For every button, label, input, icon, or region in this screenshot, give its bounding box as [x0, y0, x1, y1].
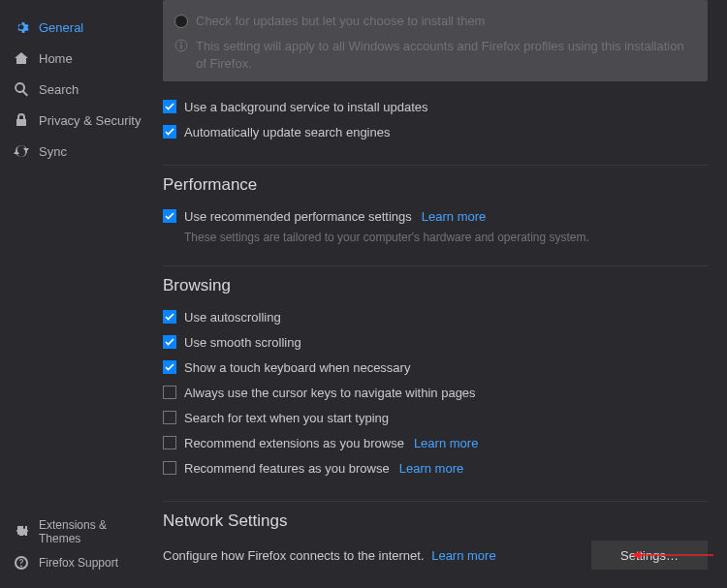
info-icon [174, 39, 188, 52]
checkbox-rec-feat[interactable] [163, 461, 176, 475]
sidebar-label: Firefox Support [39, 556, 118, 570]
sidebar-label: General [39, 20, 83, 35]
sidebar-item-sync[interactable]: Sync [0, 136, 147, 167]
radio-icon [174, 15, 188, 28]
checkbox-touch[interactable] [163, 360, 176, 374]
sidebar-item-support[interactable]: Firefox Support [0, 547, 147, 578]
checkbox-recommended[interactable] [163, 209, 176, 223]
updates-info-card: Check for updates but let you choose to … [163, 0, 708, 81]
network-desc: Configure how Firefox connects to the in… [163, 548, 496, 563]
check-label: Show a touch keyboard when necessary [184, 360, 410, 375]
checkbox-rec-ext[interactable] [163, 436, 176, 449]
check-label: Use smooth scrolling [184, 335, 301, 350]
sidebar-label: Search [39, 82, 79, 97]
performance-note: These settings are tailored to your comp… [184, 231, 708, 244]
sidebar-item-extensions[interactable]: Extensions & Themes [0, 516, 147, 547]
network-title: Network Settings [163, 511, 708, 531]
sidebar-item-general[interactable]: General [0, 12, 147, 43]
learn-more-link[interactable]: Learn more [422, 209, 486, 224]
learn-more-link[interactable]: Learn more [414, 436, 478, 450]
sidebar-item-privacy[interactable]: Privacy & Security [0, 105, 147, 136]
checkbox-search-type[interactable] [163, 411, 176, 424]
check-label: Recommend features as you browse [184, 461, 390, 476]
sidebar-label: Sync [39, 144, 67, 159]
sidebar-item-search[interactable]: Search [0, 74, 147, 105]
checkbox-autoscroll[interactable] [163, 310, 176, 324]
checkbox-cursor-keys[interactable] [163, 386, 176, 399]
radio-label: Check for updates but let you choose to … [196, 14, 485, 28]
checkbox-bg-service[interactable] [163, 100, 176, 113]
sidebar-label: Privacy & Security [39, 113, 141, 128]
home-icon [14, 50, 29, 66]
svg-point-1 [180, 42, 182, 44]
check-label: Use autoscrolling [184, 310, 281, 325]
check-label: Use a background service to install upda… [184, 100, 427, 114]
search-icon [14, 81, 29, 97]
sidebar-label: Home [39, 51, 73, 66]
sidebar-label: Extensions & Themes [39, 518, 147, 545]
puzzle-icon [14, 524, 29, 540]
check-label: Recommend extensions as you browse [184, 436, 404, 450]
learn-more-link[interactable]: Learn more [399, 461, 463, 476]
updates-radio-option[interactable]: Check for updates but let you choose to … [174, 2, 696, 36]
svg-rect-2 [180, 45, 181, 49]
check-label: Automatically update search engines [184, 125, 390, 139]
browsing-title: Browsing [163, 276, 708, 295]
check-label: Search for text when you start typing [184, 411, 389, 425]
checkbox-smooth[interactable] [163, 335, 176, 349]
performance-title: Performance [163, 175, 708, 195]
checkbox-auto-search[interactable] [163, 125, 176, 139]
settings-button[interactable]: Settings… [591, 541, 708, 570]
help-icon [14, 555, 29, 571]
gear-icon [14, 19, 29, 35]
learn-more-link[interactable]: Learn more [431, 548, 495, 563]
updates-note: This setting will apply to all Windows a… [196, 38, 696, 72]
check-label: Use recommended performance settings [184, 209, 412, 224]
lock-icon [14, 112, 29, 128]
check-label: Always use the cursor keys to navigate w… [184, 386, 476, 400]
sidebar-item-home[interactable]: Home [0, 43, 147, 74]
sync-icon [14, 143, 29, 159]
